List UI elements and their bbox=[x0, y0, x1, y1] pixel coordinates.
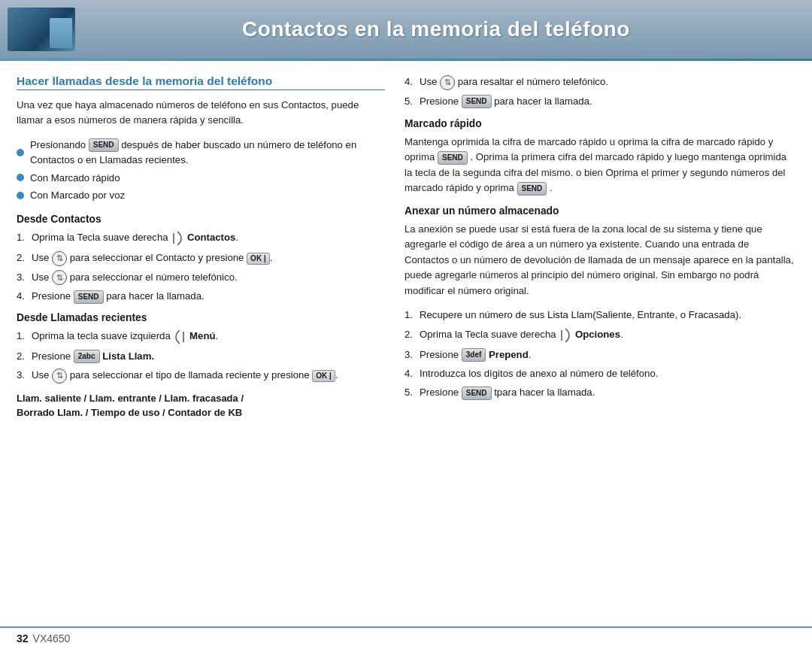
right-top-list: 4. Use ⇅ para resaltar el número telefón… bbox=[404, 74, 795, 109]
page-number: 32 bbox=[17, 632, 29, 644]
desde-llamadas-title: Desde Llamadas recientes bbox=[17, 312, 385, 323]
bottom-note-line2: Borrado Llam. / Tiempo de uso / Contador… bbox=[17, 405, 385, 420]
model-number: VX4650 bbox=[33, 632, 71, 644]
send-icon-r3: SEND bbox=[517, 182, 547, 196]
bullet-item-1: Presionando SEND después de haber buscad… bbox=[17, 138, 385, 168]
list-item: 3. Use ⇅ para seleccionar el tipo de lla… bbox=[17, 368, 385, 384]
bullet-list: Presionando SEND después de haber buscad… bbox=[17, 138, 385, 203]
left-column: Hacer llamadas desde la memoria del telé… bbox=[17, 74, 385, 619]
ok-icon: OK | bbox=[247, 253, 270, 265]
key-2-icon: 2abc bbox=[74, 350, 100, 363]
list-item: 2. Oprima la Tecla suave derecha Opcione… bbox=[404, 327, 795, 344]
lista-llam-bold: Lista Llam. bbox=[102, 350, 154, 362]
page-header: Contactos en la memoria del teléfono bbox=[0, 0, 812, 59]
main-content: Hacer llamadas desde la memoria del telé… bbox=[0, 61, 812, 626]
send-icon-small: SEND bbox=[74, 290, 104, 304]
bullet-item-3: Con Marcado por voz bbox=[17, 188, 385, 203]
nav-icon-2: ⇅ bbox=[52, 270, 67, 285]
right-column: 4. Use ⇅ para resaltar el número telefón… bbox=[404, 74, 795, 619]
bullet-text-3: Con Marcado por voz bbox=[30, 188, 125, 203]
anexar-intro: La anexión se puede usar si está fuera d… bbox=[404, 222, 795, 299]
page-wrapper: Contactos en la memoria del teléfono Hac… bbox=[0, 0, 812, 649]
desde-llamadas-list: 1. Oprima la tecla suave izquierda Menú.… bbox=[17, 329, 385, 384]
bottom-note: Llam. saliente / Llam. entrante / Llam. … bbox=[17, 391, 385, 420]
soft-key-left-icon bbox=[173, 329, 186, 345]
list-item: 2. Presione 2abc Lista Llam. bbox=[17, 349, 385, 364]
list-item: 1. Recupere un número de sus Lista Llam(… bbox=[404, 308, 795, 323]
ok-icon-2: OK | bbox=[312, 370, 335, 382]
bullet-text-2: Con Marcado rápido bbox=[30, 171, 120, 186]
list-item: 5. Presione SEND para hacer la llamada. bbox=[404, 94, 795, 109]
header-image bbox=[8, 8, 75, 51]
soft-key-right-icon bbox=[171, 230, 184, 247]
bullet-dot bbox=[17, 149, 24, 156]
bullet-item-2: Con Marcado rápido bbox=[17, 171, 385, 186]
footer: 32 VX4650 bbox=[0, 626, 812, 649]
soft-key-right-icon-2 bbox=[559, 327, 572, 344]
bullet-dot-3 bbox=[17, 192, 24, 199]
bullet-text-1: Presionando SEND después de haber buscad… bbox=[30, 138, 385, 168]
list-item: 4. Presione SEND para hacer la llamada. bbox=[17, 289, 385, 304]
nav-icon-3: ⇅ bbox=[52, 368, 67, 384]
list-item: 4. Introduzca los dígitos de anexo al nú… bbox=[404, 366, 795, 381]
bottom-note-line1: Llam. saliente / Llam. entrante / Llam. … bbox=[17, 391, 385, 406]
list-item: 3. Presione 3def Prepend. bbox=[404, 347, 795, 362]
anexar-title: Anexar un número almacenado bbox=[404, 205, 795, 217]
nav-icon: ⇅ bbox=[52, 251, 67, 266]
bullet-dot-2 bbox=[17, 174, 24, 181]
desde-contactos-title: Desde Contactos bbox=[17, 214, 385, 225]
contactos-bold: Contactos bbox=[187, 232, 235, 244]
desde-contactos-list: 1. Oprima la Tecla suave derecha Contact… bbox=[17, 230, 385, 304]
list-item: 1. Oprima la tecla suave izquierda Menú. bbox=[17, 329, 385, 345]
list-item: 4. Use ⇅ para resaltar el número telefón… bbox=[404, 74, 795, 90]
send-icon-r4: SEND bbox=[462, 387, 492, 400]
prepend-bold: Prepend bbox=[489, 349, 529, 360]
page-title: Contactos en la memoria del teléfono bbox=[75, 17, 797, 41]
list-item: 2. Use ⇅ para seleccionar el Contacto y … bbox=[17, 250, 385, 266]
marcado-rapido-text: Mantenga oprimida la cifra de marcado rá… bbox=[404, 135, 795, 196]
menu-bold: Menú bbox=[189, 330, 215, 341]
marcado-rapido-title: Marcado rápido bbox=[404, 118, 795, 129]
send-icon-r1: SEND bbox=[462, 95, 492, 108]
list-item: 1. Oprima la Tecla suave derecha Contact… bbox=[17, 230, 385, 247]
nav-icon-r1: ⇅ bbox=[440, 75, 455, 90]
key-3-icon: 3def bbox=[462, 348, 486, 362]
intro-text: Una vez que haya almacenado números de t… bbox=[17, 98, 385, 129]
list-item: 3. Use ⇅ para seleccionar el número tele… bbox=[17, 270, 385, 286]
send-icon-r2: SEND bbox=[438, 151, 468, 165]
anexar-list: 1. Recupere un número de sus Lista Llam(… bbox=[404, 308, 795, 401]
section-heading: Hacer llamadas desde la memoria del telé… bbox=[17, 74, 385, 90]
opciones-bold: Opciones bbox=[575, 329, 620, 340]
send-button-icon: SEND bbox=[89, 138, 119, 152]
list-item: 5. Presione SEND tpara hacer la llamada. bbox=[404, 385, 795, 400]
